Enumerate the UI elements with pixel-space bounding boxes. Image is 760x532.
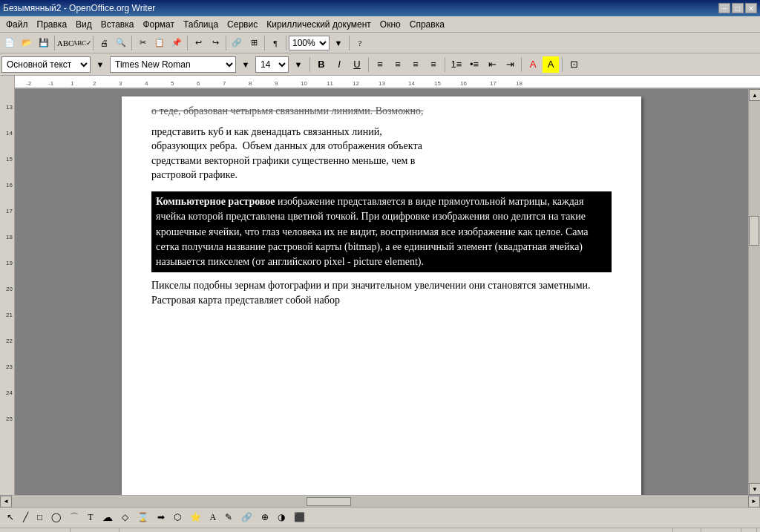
toolbar-sep7 — [286, 36, 286, 50]
zoom-dropdown[interactable]: ▼ — [330, 35, 347, 51]
horizontal-scrollbar[interactable]: ◄ ► — [0, 495, 760, 507]
new-button[interactable]: 📄 — [1, 35, 18, 51]
zoom-select[interactable]: 100% 75% 150% — [289, 36, 330, 50]
menu-help[interactable]: Справка — [405, 18, 449, 31]
help-button[interactable]: ? — [352, 35, 368, 51]
rectangle-tool[interactable]: □ — [33, 510, 46, 526]
toolbar-sep8 — [349, 36, 350, 50]
menu-insert[interactable]: Вставка — [96, 18, 139, 31]
scroll-track[interactable] — [749, 101, 760, 483]
font-select[interactable]: Times New Roman — [110, 56, 236, 73]
gluepoints-tool[interactable]: 🔗 — [238, 510, 256, 526]
fontwork-tool[interactable]: A — [206, 510, 220, 526]
statusbar: Страница 1 / 2 Обычный 100% ВСТ СТАНД * — [0, 528, 760, 532]
nonprint-button[interactable]: ¶ — [267, 35, 284, 51]
table-button[interactable]: ⊞ — [246, 35, 262, 51]
spellcheck-button[interactable]: ABC — [57, 35, 73, 51]
bold-button[interactable]: B — [313, 56, 330, 73]
align-justify-button[interactable]: ≡ — [425, 56, 442, 73]
menu-format[interactable]: Формат — [138, 18, 179, 31]
numbering-button[interactable]: 1≡ — [448, 56, 465, 73]
arc-tool[interactable]: ⌒ — [66, 510, 82, 526]
toolbar-sep4 — [187, 36, 188, 50]
print-button[interactable]: 🖨 — [96, 35, 112, 51]
redo-button[interactable]: ↪ — [207, 35, 223, 51]
undo-button[interactable]: ↩ — [190, 35, 206, 51]
font-color-button[interactable]: A — [525, 56, 541, 73]
menu-window[interactable]: Окно — [376, 18, 405, 31]
decrease-indent-button[interactable]: ⇤ — [484, 56, 500, 73]
scroll-h-track[interactable] — [12, 496, 748, 507]
save-button[interactable]: 💾 — [36, 35, 52, 51]
menu-tools[interactable]: Сервис — [223, 18, 262, 31]
size-select[interactable]: 14 — [255, 56, 289, 73]
scroll-h-thumb[interactable] — [307, 497, 351, 506]
stars-tool[interactable]: ⭐ — [186, 510, 205, 526]
menu-table[interactable]: Таблица — [179, 18, 223, 31]
drawing-toolbar: ↖ ╱ □ ◯ ⌒ T ☁ ◇ ⌛ ➡ ⬡ ⭐ A ✎ 🔗 ⊕ ◑ ⬛ — [0, 507, 760, 528]
format-toolbar: Основной текст ▼ Times New Roman ▼ 14 ▼ … — [0, 53, 760, 76]
style-dropdown[interactable]: ▼ — [92, 56, 108, 73]
highlight-button[interactable]: A — [543, 56, 559, 73]
italic-button[interactable]: I — [331, 56, 347, 73]
scroll-left-button[interactable]: ◄ — [0, 496, 12, 508]
paragraph-2-continuation: Пикселы подобны зернам фотографии и при … — [151, 278, 612, 307]
scroll-thumb[interactable] — [749, 216, 759, 246]
close-button[interactable]: ✕ — [745, 3, 757, 13]
vertical-scrollbar[interactable]: ▲ ▼ — [748, 89, 760, 495]
menu-edit[interactable]: Правка — [33, 18, 72, 31]
align-center-button[interactable]: ≡ — [390, 56, 406, 73]
bullets-button[interactable]: •≡ — [466, 56, 482, 73]
underline-button[interactable]: U — [349, 56, 365, 73]
block-arrows-tool[interactable]: ➡ — [154, 510, 168, 526]
zoom-status: 100% — [640, 528, 673, 532]
size-dropdown[interactable]: ▼ — [290, 56, 307, 73]
menubar: Файл Правка Вид Вставка Формат Таблица С… — [0, 16, 760, 33]
symbol-shapes-tool[interactable]: ⌛ — [134, 510, 152, 526]
autocorrect-button[interactable]: ABC✓ — [74, 35, 91, 51]
ruler-corner — [0, 76, 15, 89]
cut-button[interactable]: ✂ — [134, 35, 151, 51]
paste-button[interactable]: 📌 — [168, 35, 185, 51]
scroll-area[interactable]: о теде, образован четырьмя связанными ли… — [15, 89, 748, 495]
minimize-button[interactable]: ─ — [718, 3, 730, 13]
select-tool[interactable]: ↖ — [3, 510, 18, 526]
scroll-up-button[interactable]: ▲ — [749, 89, 760, 101]
document-page[interactable]: о теде, образован четырьмя связанными ли… — [122, 96, 641, 495]
line-tool[interactable]: ╱ — [19, 510, 32, 526]
insert-from-file[interactable]: ⊕ — [258, 510, 272, 526]
page-content: о теде, образован четырьмя связанными ли… — [151, 96, 612, 308]
scroll-down-button[interactable]: ▼ — [749, 483, 760, 495]
ellipse-tool[interactable]: ◯ — [48, 510, 65, 526]
main-toolbar: 📄 📂 💾 ABC ABC✓ 🖨 🔍 ✂ 📋 📌 ↩ ↪ 🔗 ⊞ ¶ 100% … — [0, 33, 760, 53]
text-tool[interactable]: T — [84, 510, 96, 526]
hyperlink-button[interactable]: 🔗 — [229, 35, 245, 51]
flowchart-tool[interactable]: ⬡ — [170, 510, 185, 526]
menu-file[interactable]: Файл — [1, 18, 33, 31]
callout-tool[interactable]: ☁ — [99, 510, 117, 526]
print-preview-button[interactable]: 🔍 — [113, 35, 129, 51]
style-select[interactable]: Основной текст — [1, 56, 91, 73]
menu-view[interactable]: Вид — [71, 18, 96, 31]
titlebar-title: Безымянный2 - OpenOffice.org Writer — [3, 3, 155, 13]
scroll-right-button[interactable]: ► — [748, 496, 760, 508]
selection-mode: СТАНД — [701, 528, 741, 532]
menu-cyrillic[interactable]: Кириллический документ — [262, 18, 376, 31]
toolbar-sep2 — [93, 36, 94, 50]
align-right-button[interactable]: ≡ — [407, 56, 424, 73]
basic-shapes-tool[interactable]: ◇ — [118, 510, 132, 526]
shadow-tool[interactable]: ⬛ — [290, 510, 309, 526]
style-info: Обычный — [71, 528, 119, 532]
modified-indicator: * — [741, 528, 757, 532]
copy-button[interactable]: 📋 — [151, 35, 168, 51]
font-dropdown[interactable]: ▼ — [238, 56, 254, 73]
open-button[interactable]: 📂 — [19, 35, 35, 51]
increase-indent-button[interactable]: ⇥ — [502, 56, 518, 73]
align-left-button[interactable]: ≡ — [372, 56, 388, 73]
horizontal-ruler: -2 -1 1 2 3 4 5 6 7 8 9 10 11 12 13 14 1… — [15, 76, 760, 88]
color-fill-tool[interactable]: ◑ — [274, 510, 289, 526]
points-tool[interactable]: ✎ — [221, 510, 236, 526]
border-button[interactable]: ⊡ — [566, 56, 582, 73]
titlebar-buttons: ─ □ ✕ — [718, 3, 757, 13]
restore-button[interactable]: □ — [732, 3, 744, 13]
